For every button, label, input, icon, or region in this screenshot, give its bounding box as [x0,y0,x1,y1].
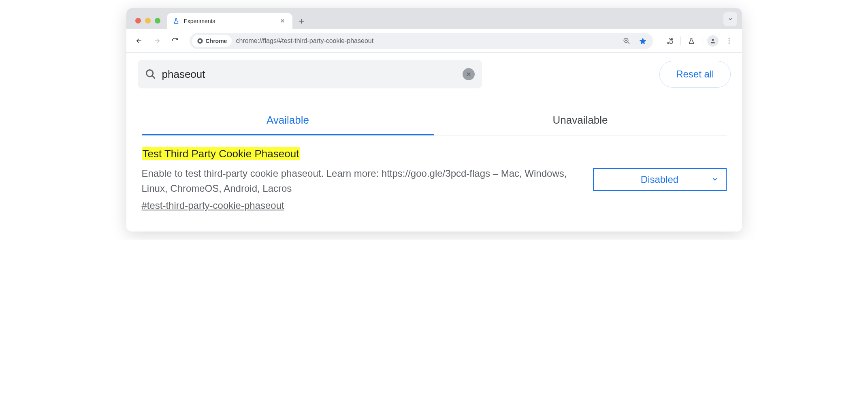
svg-point-1 [199,40,201,42]
omnibox[interactable]: Chrome chrome://flags/#test-third-party-… [190,33,653,49]
page-content: Reset all Available Unavailable Test Thi… [126,53,742,232]
flag-title: Test Third Party Cookie Phaseout [142,147,300,160]
svg-point-5 [728,40,729,41]
avatar-icon [707,35,719,47]
close-window-button[interactable] [135,18,141,24]
browser-window: Experiments Chrome chrome://flags/# [126,8,742,232]
back-button[interactable] [132,34,147,48]
tab-title: Experiments [184,18,274,24]
minimize-window-button[interactable] [145,18,151,24]
tab-list-button[interactable] [723,12,737,26]
flask-icon [173,17,180,25]
svg-point-7 [146,70,153,77]
tab-available[interactable]: Available [142,108,434,135]
separator [702,36,702,45]
page-tabs: Available Unavailable [142,108,727,135]
chrome-icon [197,38,203,44]
search-box[interactable] [138,60,482,88]
new-tab-button[interactable] [295,14,309,28]
tab-unavailable[interactable]: Unavailable [434,108,727,135]
forward-button[interactable] [150,34,164,48]
zoom-icon[interactable] [621,37,633,45]
search-input[interactable] [162,68,457,81]
separator [680,36,681,45]
reset-all-button[interactable]: Reset all [659,61,730,88]
reload-button[interactable] [168,34,182,48]
bookmark-star-icon[interactable] [637,37,649,45]
labs-button[interactable] [684,34,699,48]
flag-state-select[interactable]: Disabled [593,168,727,191]
flag-state-value: Disabled [641,174,678,185]
svg-point-4 [728,38,729,39]
extensions-button[interactable] [663,34,677,48]
clear-search-button[interactable] [463,68,475,80]
omnibox-url: chrome://flags/#test-third-party-cookie-… [236,37,616,45]
flag-item: Test Third Party Cookie Phaseout Enable … [126,135,742,232]
fullscreen-window-button[interactable] [155,18,160,24]
tab-strip: Experiments [126,8,742,29]
browser-tab[interactable]: Experiments [167,13,292,29]
browser-toolbar: Chrome chrome://flags/#test-third-party-… [126,29,742,53]
window-controls [132,18,164,29]
omnibox-chip-label: Chrome [206,38,227,44]
svg-point-3 [712,39,714,41]
svg-point-6 [728,42,729,43]
kebab-menu-button[interactable] [722,34,736,48]
close-tab-button[interactable] [278,16,287,26]
flag-hash-link[interactable]: #test-third-party-cookie-phaseout [142,200,284,211]
search-icon [145,69,156,80]
search-header: Reset all [126,53,742,96]
omnibox-site-chip[interactable]: Chrome [192,35,232,47]
chevron-down-icon [711,174,719,185]
profile-button[interactable] [706,34,720,48]
toolbar-actions [663,34,736,48]
flag-description: Enable to test third-party cookie phaseo… [142,166,577,196]
flag-text: Test Third Party Cookie Phaseout Enable … [142,148,577,211]
